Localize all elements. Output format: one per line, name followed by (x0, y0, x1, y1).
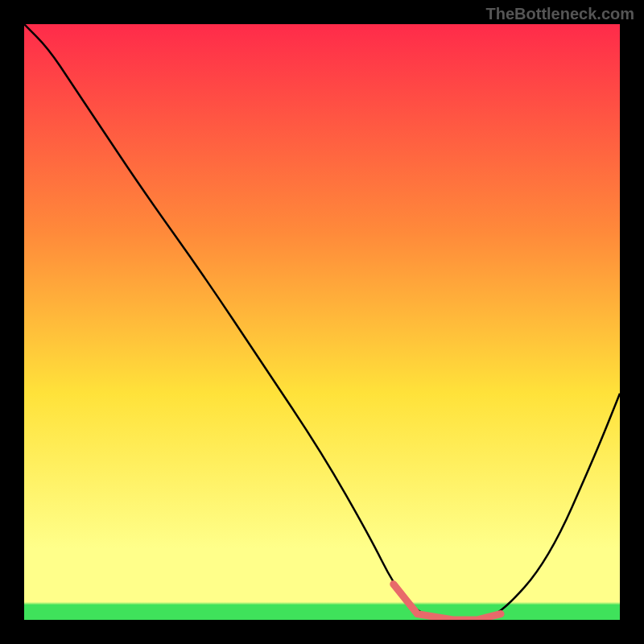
watermark-text: TheBottleneck.com (486, 5, 634, 23)
chart-container: TheBottleneck.com (0, 0, 644, 644)
gradient-background (24, 24, 620, 620)
plot-area (24, 24, 620, 620)
chart-svg (24, 24, 620, 620)
